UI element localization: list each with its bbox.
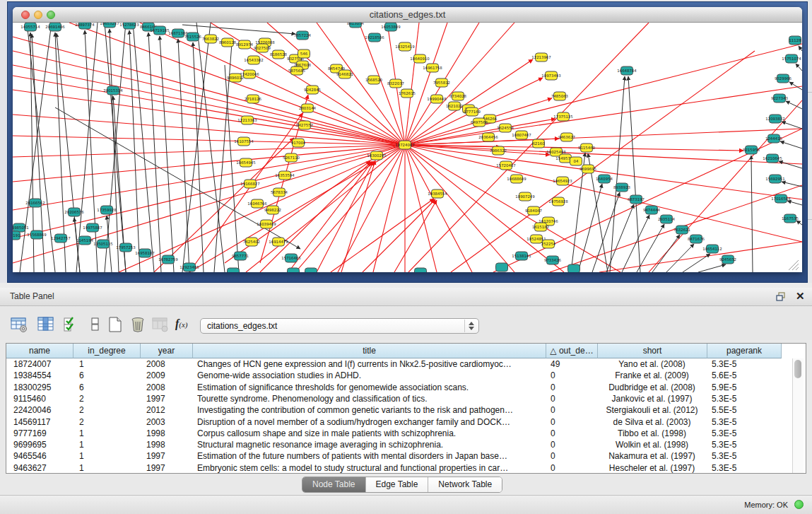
graph-node[interactable]: 1568520 — [365, 76, 383, 84]
graph-node[interactable]: 546 — [298, 49, 310, 58]
graph-node[interactable]: 16543382 — [244, 56, 263, 64]
graph-node[interactable]: 17957253 — [116, 243, 135, 252]
graph-node[interactable]: 17375135 — [553, 112, 572, 121]
graph-node[interactable]: 18640910 — [410, 54, 430, 63]
graph-node[interactable]: 9245652 — [719, 255, 736, 264]
row-height-button[interactable] — [86, 316, 106, 334]
graph-node[interactable]: 5875685 — [288, 66, 305, 75]
tab-edge-table[interactable]: Edge Table — [366, 477, 429, 492]
graph-node[interactable]: 8471676 — [688, 235, 705, 243]
delete-attributes-button[interactable] — [129, 316, 148, 334]
graph-node[interactable]: 9329966 — [775, 74, 792, 83]
graph-node[interactable]: 2718126 — [245, 95, 262, 103]
graph-node[interactable]: 9498222 — [264, 206, 281, 214]
float-panel-icon[interactable] — [776, 292, 786, 301]
graph-node[interactable]: 16958187 — [135, 249, 154, 257]
tab-network-table[interactable]: Network Table — [428, 477, 502, 492]
column-header-name[interactable]: name — [6, 344, 73, 358]
function-builder-button[interactable]: f(x) — [175, 317, 195, 336]
graph-node[interactable]: 18300295 — [367, 151, 386, 160]
graph-node[interactable]: 12942757 — [51, 234, 70, 243]
graph-node[interactable]: 19218506 — [365, 33, 384, 42]
show-columns-button[interactable] — [37, 316, 57, 334]
graph-node[interactable]: 2935114 — [658, 215, 676, 223]
attribute-table[interactable]: namein_degreeyeartitle△ out_de…shortpage… — [6, 343, 806, 474]
column-header-title[interactable]: title — [193, 344, 546, 358]
graph-node[interactable]: 6873197 — [628, 195, 645, 204]
graph-node[interactable]: 8938923 — [613, 183, 630, 192]
graph-node[interactable]: 19654923 — [553, 177, 572, 185]
column-header-short[interactable]: short — [598, 344, 707, 358]
graph-node[interactable]: 9242845 — [304, 86, 321, 94]
graph-node[interactable]: 9184067 — [525, 206, 542, 215]
window-titlebar[interactable]: citations_edges.txt — [13, 7, 802, 23]
graph-node[interactable] — [228, 268, 240, 272]
table-select-dropdown[interactable]: citations_edges.txt — [200, 318, 479, 334]
graph-node[interactable]: 16961758 — [423, 64, 442, 72]
graph-node[interactable]: 20691406 — [45, 23, 65, 31]
graph-node[interactable]: 8960128 — [219, 38, 237, 47]
window-resize-grip[interactable] — [789, 260, 799, 270]
graph-node[interactable]: 11568869 — [27, 230, 47, 239]
graph-node[interactable]: 917004 — [291, 139, 306, 147]
graph-node[interactable]: 8186528 — [270, 50, 288, 59]
graph-node[interactable]: 8215958 — [743, 146, 760, 154]
graph-node[interactable]: 3624554 — [497, 124, 514, 132]
graph-node[interactable]: 11128 — [789, 36, 801, 45]
graph-node[interactable]: 9733426 — [544, 256, 562, 264]
graph-node[interactable] — [288, 268, 300, 272]
scrollbar-thumb[interactable] — [794, 360, 801, 378]
select-rows-button[interactable] — [62, 316, 82, 334]
column-header-pagerank[interactable]: pagerank — [707, 344, 782, 358]
graph-node[interactable]: 1640954 — [596, 175, 613, 183]
graph-node[interactable]: 9227343 — [771, 94, 788, 103]
graph-node[interactable]: 15716485 — [281, 254, 300, 262]
graph-node[interactable]: 7625402 — [243, 238, 260, 246]
vertical-scrollbar[interactable] — [792, 358, 804, 473]
graph-node[interactable]: 17359928 — [97, 206, 117, 214]
graph-node[interactable]: 8322037 — [387, 79, 404, 88]
network-canvas[interactable]: 1405571420691406208973741065325715278623… — [13, 23, 802, 272]
graph-node[interactable] — [305, 268, 317, 272]
graph-node[interactable]: 18907249 — [515, 192, 535, 201]
graph-node[interactable]: 7632621 — [673, 226, 690, 234]
graph-node[interactable]: 7986322 — [490, 146, 507, 155]
graph-node[interactable]: 39191 — [13, 231, 20, 240]
graph-node[interactable]: 12213967 — [531, 53, 551, 62]
graph-node[interactable]: 9699695 — [579, 165, 596, 173]
column-header-in_degree[interactable]: in_degree — [73, 344, 141, 358]
graph-node[interactable]: 19975887 — [83, 223, 102, 232]
graph-node[interactable]: 252254 — [541, 240, 556, 248]
graph-node[interactable]: 18325419 — [395, 42, 415, 51]
graph-node[interactable]: 9115460 — [578, 144, 596, 152]
graph-node[interactable]: 5678334 — [271, 188, 288, 197]
graph-node[interactable]: 7485063 — [551, 92, 568, 100]
memory-status-icon[interactable] — [794, 500, 804, 509]
graph-node[interactable]: 9463627 — [558, 133, 575, 141]
graph-node[interactable]: 16648784 — [617, 66, 637, 75]
graph-node[interactable]: 62160 — [532, 139, 545, 148]
graph-node[interactable]: 15278623 — [119, 23, 139, 29]
graph-node[interactable]: 1244415 — [765, 134, 782, 143]
graph-node[interactable]: 10654112 — [702, 245, 722, 253]
network-window[interactable]: citations_edges.txt 14055714206914062089… — [13, 7, 802, 272]
graph-node[interactable]: 16046766 — [247, 199, 267, 208]
graph-node[interactable]: 16053809 — [381, 23, 401, 31]
graph-node[interactable]: 2803144 — [299, 104, 317, 112]
column-header-year[interactable]: year — [141, 344, 193, 358]
tab-node-table[interactable]: Node Table — [302, 477, 366, 492]
graph-node[interactable]: 7857224 — [294, 31, 312, 40]
graph-node[interactable]: 8427552 — [296, 121, 313, 129]
graph-node[interactable]: 04 — [570, 157, 582, 165]
graph-node[interactable]: 1615182 — [532, 223, 549, 231]
graph-node[interactable]: 10653257 — [100, 23, 119, 28]
graph-node[interactable]: 9857771 — [232, 252, 249, 260]
graph-node[interactable]: 16914479 — [269, 238, 288, 246]
graph-node[interactable]: 16353594 — [275, 171, 295, 180]
graph-node[interactable]: 10973493 — [541, 71, 560, 80]
graph-node[interactable]: 7663822 — [202, 35, 219, 43]
graph-node[interactable] — [415, 268, 427, 272]
graph-node[interactable]: 10807487 — [512, 131, 531, 139]
graph-node[interactable]: 7515526 — [184, 33, 202, 41]
graph-node[interactable]: 7955812 — [433, 78, 450, 87]
